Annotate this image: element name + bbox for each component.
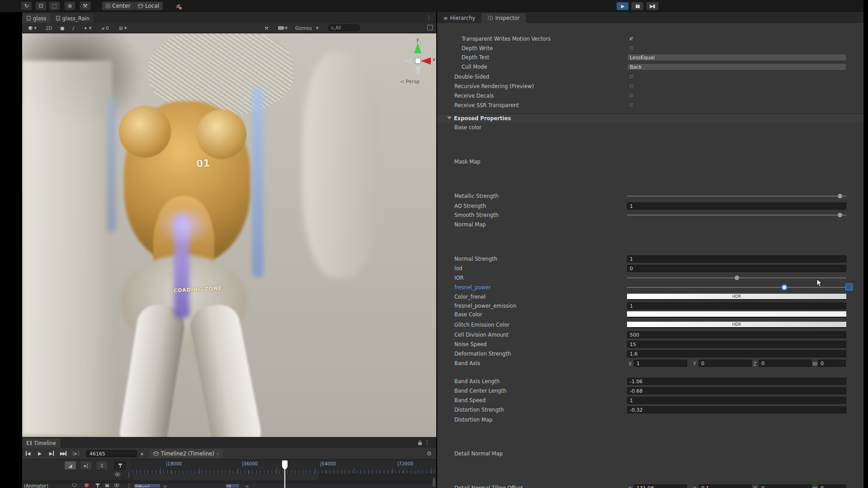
playhead-handle[interactable]: [282, 460, 288, 467]
axis-value-field[interactable]: 0: [818, 484, 846, 488]
scene-camera-dropdown[interactable]: ▼: [278, 23, 288, 33]
property-slider[interactable]: [627, 284, 846, 291]
gizmos-dropdown[interactable]: Gizmos▼: [295, 23, 319, 33]
tab-glass-rain[interactable]: glass_Rain: [52, 14, 95, 23]
grid-visibility-dropdown[interactable]: ⊞▼: [119, 23, 127, 33]
grid-snap-button[interactable]: #: [173, 1, 184, 10]
axis-value-field[interactable]: 0: [759, 484, 812, 488]
lock-icon[interactable]: [105, 484, 109, 487]
slider-handle[interactable]: [735, 276, 739, 280]
track-visibility-eye-icon[interactable]: [115, 473, 120, 476]
playhead-line[interactable]: [284, 470, 285, 488]
property-checkbox[interactable]: ✓: [628, 36, 634, 42]
slider-handle[interactable]: [838, 213, 842, 217]
kebab-icon[interactable]: ⋮: [126, 483, 132, 488]
timeline-settings-gear-icon[interactable]: ⚙: [426, 450, 432, 457]
scene-search-input[interactable]: All: [328, 24, 360, 31]
property-field[interactable]: -0.68: [627, 387, 846, 394]
property-dropdown[interactable]: LessEqual: [627, 54, 846, 61]
axis-value-field[interactable]: 131.08: [634, 484, 687, 488]
pin-icon[interactable]: [97, 483, 98, 488]
color-field[interactable]: [627, 311, 846, 318]
pause-button[interactable]: ▮▮: [631, 2, 644, 10]
axis-value-field[interactable]: 0.1: [698, 484, 752, 488]
property-checkbox[interactable]: [628, 45, 634, 51]
goto-start-button[interactable]: ◀: [23, 450, 33, 457]
goto-end-button[interactable]: ▶▶: [58, 450, 68, 457]
record-toggle-icon[interactable]: [72, 483, 76, 487]
eye-icon[interactable]: [114, 483, 119, 487]
clip-fa[interactable]: fA..: [225, 483, 240, 488]
scene-audio-toggle[interactable]: ♪: [72, 23, 75, 33]
timeline-breadcrumb[interactable]: Timeline2 (Timeline) ›: [150, 449, 222, 458]
ripple-mode-button[interactable]: ▸|: [80, 461, 92, 470]
scene-menu-kebab-icon[interactable]: ⋮: [426, 14, 432, 21]
slider-value-selected[interactable]: [845, 283, 853, 291]
axis-value-field[interactable]: 0: [759, 360, 812, 367]
play-timeline-button[interactable]: ▶: [35, 450, 45, 457]
foldout-arrow-icon[interactable]: [447, 117, 452, 119]
orientation-gizmo[interactable]: y x < Persp: [400, 40, 436, 85]
draw-mode-dropdown[interactable]: ▼: [28, 23, 37, 33]
timeline-scrollbar-thumb[interactable]: [433, 478, 435, 487]
property-field[interactable]: 1: [627, 255, 846, 263]
hdr-color-bar[interactable]: HDR: [627, 294, 846, 300]
markers-toggle-button[interactable]: [114, 461, 126, 470]
toggle-2d[interactable]: 2D: [46, 23, 52, 33]
scale-tool-button[interactable]: ⊡: [35, 1, 47, 10]
hdr-color-bar[interactable]: HDR: [627, 322, 846, 328]
animator-track-header[interactable]: (Animator) ⋮: [22, 483, 132, 488]
record-active-icon[interactable]: [85, 483, 89, 487]
rotate-tool-button[interactable]: ↻: [21, 1, 32, 10]
property-slider[interactable]: [627, 192, 846, 200]
track-group-lane[interactable]: [132, 474, 318, 480]
property-checkbox[interactable]: [628, 93, 634, 99]
step-button[interactable]: ▶▮: [646, 2, 659, 10]
property-slider[interactable]: [627, 274, 846, 282]
gizmo-x-axis-cone[interactable]: [421, 57, 431, 65]
property-checkbox[interactable]: [628, 74, 634, 80]
replace-mode-button[interactable]: ↧: [96, 461, 108, 470]
rect-tool-button[interactable]: ⬚: [49, 1, 60, 10]
scene-lighting-toggle[interactable]: ●: [60, 23, 65, 33]
property-checkbox[interactable]: [628, 83, 634, 89]
mix-mode-button[interactable]: ◢: [64, 461, 76, 470]
property-field[interactable]: 1: [627, 202, 846, 210]
tab-timeline[interactable]: Timeline: [22, 438, 61, 448]
gizmo-neg-x-cone[interactable]: [404, 58, 412, 64]
frame-dropdown-icon[interactable]: ▼: [141, 452, 143, 456]
slider-handle[interactable]: [838, 194, 842, 198]
tab-hierarchy[interactable]: ≡ Hierarchy: [437, 13, 481, 23]
axis-value-field[interactable]: 0: [818, 360, 846, 367]
hdr-color-field[interactable]: HDR: [627, 293, 846, 300]
gizmo-y-axis-cone[interactable]: [414, 42, 421, 53]
property-dropdown[interactable]: Back: [627, 63, 846, 70]
property-field[interactable]: -1.06: [627, 378, 846, 385]
custom-tool-button[interactable]: ⚒: [80, 1, 91, 10]
scene-effects-dropdown[interactable]: ✦▼: [84, 23, 92, 33]
gizmo-neg-y-cone[interactable]: [415, 66, 421, 75]
clip-rmuscle[interactable]: RMuscl...: [133, 483, 160, 488]
tab-glass[interactable]: glass: [22, 14, 52, 23]
next-frame-button[interactable]: ▶: [47, 450, 57, 457]
pivot-center-button[interactable]: Center: [102, 1, 134, 10]
axis-value-field[interactable]: 0: [698, 360, 752, 367]
scene-tools-button[interactable]: ⚒: [264, 23, 269, 33]
property-field[interactable]: -0.32: [627, 406, 846, 413]
track-kebab-icon[interactable]: ⋮: [126, 472, 132, 478]
gizmo-persp-label[interactable]: < Persp: [400, 79, 420, 84]
gizmo-center-cube[interactable]: [415, 58, 421, 64]
hdr-color-field[interactable]: HDR: [627, 321, 846, 328]
timeline-menu-kebab-icon[interactable]: ⋮: [425, 439, 430, 446]
property-field[interactable]: 1: [627, 397, 846, 404]
pivot-local-button[interactable]: Local: [134, 1, 163, 10]
play-button[interactable]: ▶: [616, 2, 629, 10]
tab-inspector[interactable]: ⓘ Inspector: [481, 13, 526, 23]
color-bar[interactable]: [627, 311, 846, 318]
play-range-button[interactable]: [▶]: [71, 450, 81, 457]
maximize-icon[interactable]: [427, 25, 433, 30]
property-checkbox[interactable]: [628, 102, 634, 108]
property-field[interactable]: 500: [627, 331, 846, 338]
transform-tool-button[interactable]: ⊕: [64, 1, 75, 10]
frame-number-input[interactable]: 46165: [86, 450, 137, 457]
